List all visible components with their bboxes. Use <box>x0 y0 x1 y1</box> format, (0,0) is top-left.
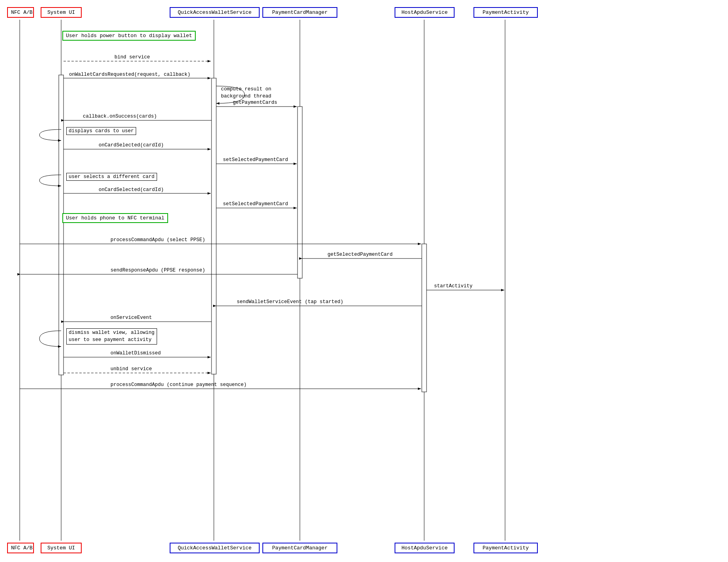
msg-onserviceevent: onServiceEvent <box>110 315 152 320</box>
note-power-button: User holds power button to display walle… <box>62 31 196 41</box>
msg-dismiss-wallet: dismiss wallet view, allowinguser to see… <box>66 328 157 345</box>
qaws-bottom-box: QuickAccessWalletService <box>170 543 260 553</box>
msg-sendwallet-event: sendWalletServiceEvent (tap started) <box>237 299 343 305</box>
qaws-top-box: QuickAccessWalletService <box>170 7 260 18</box>
pa-top-box: PaymentActivity <box>473 7 538 18</box>
msg-callback-onsuccess: callback.onSuccess(cards) <box>83 114 157 119</box>
pcm-bottom-box: PaymentCardManager <box>262 543 337 553</box>
has-bottom-box: HostApduService <box>395 543 455 553</box>
msg-bind-service: bind service <box>114 54 150 60</box>
nfc-bottom-box: NFC A/B <box>7 543 34 553</box>
nfc-top-box: NFC A/B <box>7 7 34 18</box>
pa-bottom-box: PaymentActivity <box>473 543 538 553</box>
msg-oncardselected-1: onCardSelected(cardId) <box>99 142 164 148</box>
msg-unbind-service: unbind service <box>110 366 152 372</box>
msg-onwalletcards: onWalletCardsRequested(request, callback… <box>69 72 191 77</box>
svg-rect-10 <box>298 107 302 278</box>
msg-startactivity: startActivity <box>434 283 473 289</box>
sysui-top-box: System UI <box>41 7 82 18</box>
msg-processcommand-ppse: processCommandApdu (select PPSE) <box>110 237 205 243</box>
note-nfc-terminal: User holds phone to NFC terminal <box>62 213 168 223</box>
svg-rect-8 <box>59 75 64 375</box>
msg-displays-cards: displays cards to user <box>66 127 136 135</box>
svg-rect-11 <box>422 244 427 392</box>
pcm-top-box: PaymentCardManager <box>262 7 337 18</box>
msg-compute-result: compute result onbackground thread <box>221 86 271 100</box>
msg-onwalletdismissed: onWalletDismissed <box>110 350 161 356</box>
has-top-box: HostApduService <box>395 7 455 18</box>
msg-sendresponse: sendResponseApdu (PPSE response) <box>110 268 205 273</box>
sequence-diagram: NFC A/B System UI QuickAccessWalletServi… <box>0 0 728 562</box>
msg-oncardselected-2: onCardSelected(cardId) <box>99 187 164 193</box>
sysui-bottom-box: System UI <box>41 543 82 553</box>
msg-processcommand-continue: processCommandApdu (continue payment seq… <box>110 382 247 388</box>
msg-user-diff-card: user selects a different card <box>66 173 157 181</box>
msg-getselectedcard: getSelectedPaymentCard <box>328 252 393 257</box>
svg-rect-9 <box>211 78 216 374</box>
msg-setselected-1: setSelectedPaymentCard <box>223 157 288 163</box>
msg-getpaymentcards: getPaymentCards <box>233 100 277 105</box>
msg-setselected-2: setSelectedPaymentCard <box>223 201 288 207</box>
